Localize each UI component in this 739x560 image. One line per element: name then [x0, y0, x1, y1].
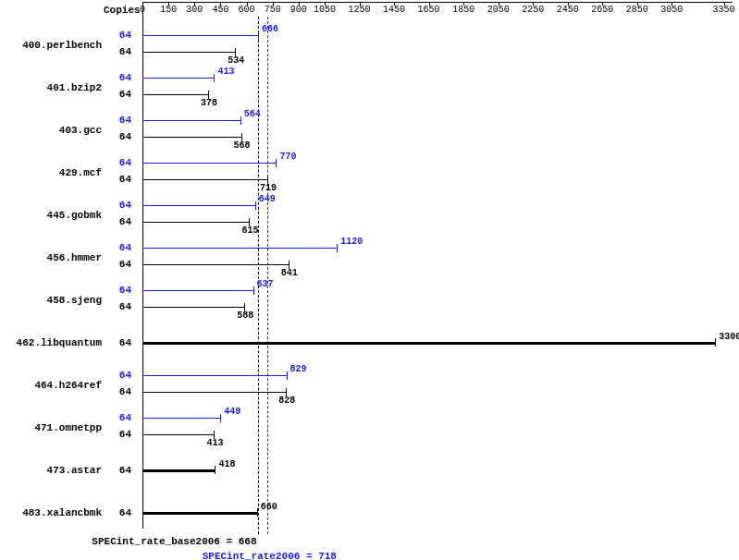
bar-value-base: 413: [206, 438, 223, 448]
bar-peak: [142, 418, 220, 419]
bar-value-base: 615: [241, 225, 258, 236]
x-axis: [142, 2, 733, 3]
bar-base: [142, 222, 249, 223]
bar-peak: [142, 78, 214, 79]
benchmark-label: 471.omnetpp: [0, 422, 102, 433]
benchmark-label: 483.xalancbmk: [0, 507, 102, 518]
x-tick-label: 3350: [713, 5, 735, 15]
copies-base: 64: [111, 337, 131, 348]
x-tick-label: 2050: [487, 5, 510, 15]
x-tick-label: 600: [239, 5, 255, 15]
benchmark-label: 458.sjeng: [0, 295, 102, 306]
x-tick-label: 750: [265, 5, 281, 15]
bar-value-peak: 564: [244, 109, 261, 119]
bar-value-peak: 829: [290, 364, 307, 374]
x-tick-label: 1850: [452, 5, 474, 15]
benchmark-label: 445.gobmk: [0, 210, 102, 221]
plot-left-border: [142, 2, 143, 529]
x-tick-label: 2250: [522, 5, 544, 15]
benchmark-label: 456.hmmer: [0, 252, 102, 263]
bar-value-base: 568: [234, 140, 251, 151]
bar-peak: [142, 375, 287, 376]
bar-value-base: 3300: [719, 332, 739, 342]
bar-value-base: 719: [260, 183, 277, 193]
copies-peak: 64: [111, 285, 131, 296]
bar-base: [142, 469, 215, 472]
bar-base: [142, 342, 715, 345]
bar-peak: [142, 248, 337, 249]
bar-value-peak: 449: [224, 407, 240, 417]
spec-rate-chart: 0150300450600750900105012501450165018502…: [0, 0, 739, 560]
x-tick-label: 150: [160, 5, 177, 15]
copies-base: 64: [111, 429, 131, 440]
x-tick-label: 1050: [314, 5, 336, 15]
caption-base: SPECint_rate_base2006 = 668: [92, 536, 256, 547]
bar-peak: [142, 120, 240, 121]
copies-peak: 64: [111, 412, 131, 423]
copies-base: 64: [111, 216, 131, 227]
bar-peak: [142, 205, 255, 206]
x-tick-label: 2850: [626, 5, 648, 15]
copies-base: 64: [111, 507, 131, 518]
x-tick-label: 450: [212, 5, 228, 15]
bar-value-peak: 413: [217, 67, 234, 77]
copies-base: 64: [111, 174, 131, 185]
bar-base: [142, 307, 244, 308]
bar-value-base: 841: [281, 268, 298, 278]
copies-base: 64: [111, 386, 131, 397]
copies-base: 64: [111, 301, 131, 312]
bar-value-base: 378: [201, 98, 217, 108]
caption-peak: SPECint_rate2006 = 718: [203, 551, 337, 560]
benchmark-label: 400.perlbench: [0, 40, 102, 51]
benchmark-label: 429.mcf: [0, 167, 102, 178]
benchmark-label: 464.h264ref: [0, 380, 102, 391]
bar-value-peak: 649: [259, 194, 276, 204]
bar-value-base: 418: [218, 459, 235, 469]
bar-value-peak: 637: [257, 279, 274, 289]
x-tick-label: 2450: [557, 5, 579, 15]
bar-base: [142, 434, 214, 435]
bar-value-peak: 1120: [340, 237, 363, 247]
bar-value-base: 828: [278, 396, 295, 406]
copies-peak: 64: [111, 242, 131, 253]
bar-value-base: 588: [237, 310, 253, 321]
bar-base: [142, 264, 289, 265]
bar-peak: [142, 163, 276, 164]
x-tick-label: 2650: [591, 5, 613, 15]
copies-peak: 64: [111, 72, 131, 83]
bar-base: [142, 179, 267, 180]
copies-peak: 64: [111, 157, 131, 168]
x-tick-label: 3050: [660, 5, 683, 15]
bar-value-base: 534: [228, 55, 244, 66]
copies-header: Copies: [104, 5, 139, 16]
benchmark-label: 403.gcc: [0, 125, 102, 136]
x-tick-label: 300: [186, 5, 203, 15]
bar-base: [142, 52, 235, 53]
copies-base: 64: [111, 46, 131, 57]
copies-base: 64: [111, 89, 131, 100]
bar-value-peak: 770: [279, 152, 296, 162]
copies-peak: 64: [111, 115, 131, 126]
copies-base: 64: [111, 465, 131, 476]
benchmark-label: 401.bzip2: [0, 82, 102, 93]
ref-line-base: [258, 17, 259, 534]
x-tick-label: 1450: [383, 5, 405, 15]
copies-base: 64: [111, 259, 131, 270]
bar-base: [142, 94, 208, 95]
benchmark-label: 473.astar: [0, 465, 102, 476]
copies-peak: 64: [111, 370, 131, 381]
bar-base: [142, 392, 286, 393]
bar-value-base: 660: [261, 502, 277, 512]
ref-line-peak: [267, 17, 268, 534]
bar-peak: [142, 290, 253, 291]
copies-base: 64: [111, 131, 131, 142]
benchmark-label: 462.libquantum: [0, 337, 102, 348]
bar-base: [142, 512, 257, 515]
copies-peak: 64: [111, 30, 131, 41]
bar-peak: [142, 35, 258, 36]
bar-value-peak: 666: [262, 24, 278, 34]
x-tick-label: 1250: [349, 5, 371, 15]
x-tick-label: 1650: [418, 5, 440, 15]
copies-peak: 64: [111, 200, 131, 211]
bar-base: [142, 137, 241, 138]
